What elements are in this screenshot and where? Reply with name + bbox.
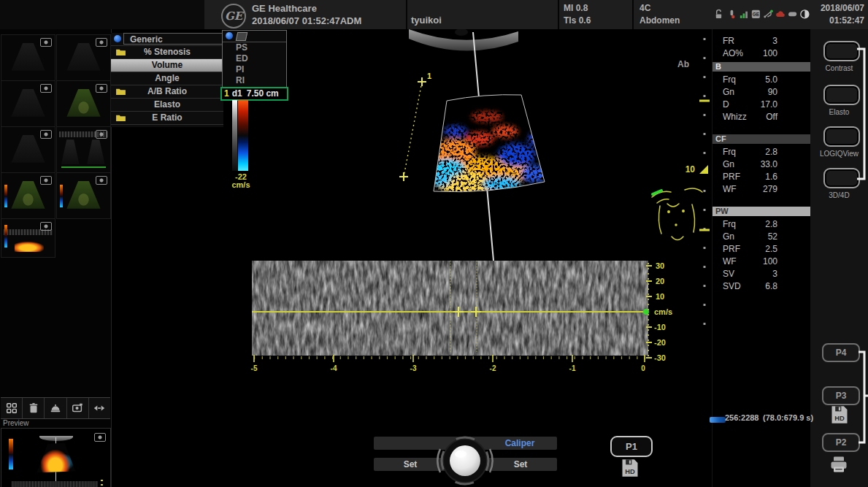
- camera-icon: [40, 222, 52, 231]
- param-value: 90: [768, 86, 777, 99]
- section-header-pw: PW: [713, 207, 811, 216]
- dome-button[interactable]: [45, 398, 66, 418]
- ge-logo: GE: [221, 4, 246, 28]
- preview-colorbar: [9, 439, 13, 469]
- param-label: AO%: [723, 47, 743, 60]
- preview-axis: [101, 480, 103, 487]
- preview-spectrum: [12, 481, 98, 487]
- thumbnail-5[interactable]: [1, 126, 55, 173]
- p1-button[interactable]: P1: [610, 436, 653, 457]
- exam-datetime: 2018/06/07 01:52:47ADM: [252, 15, 361, 26]
- v-tick: -30: [654, 353, 666, 362]
- param-value: 2.8: [765, 218, 777, 231]
- mi-value: MI 0.8: [564, 3, 588, 13]
- probe-status-icon: [726, 9, 737, 20]
- param-value: 3: [772, 35, 777, 47]
- preview-probe-arc: [39, 436, 73, 441]
- thumb-image: [61, 139, 80, 164]
- param-value: 17.0: [761, 99, 777, 111]
- param-value: 100: [763, 47, 777, 60]
- section-header-cf: CF: [713, 134, 811, 144]
- delete-button[interactable]: [23, 398, 45, 418]
- v-tick: -10: [654, 323, 666, 331]
- current-date: 2018/06/07: [803, 3, 864, 13]
- probe-arc: [409, 29, 518, 51]
- svg-text:HD: HD: [625, 468, 635, 475]
- svg-text:GE: GE: [753, 12, 760, 17]
- thumbnail-3[interactable]: [1, 80, 55, 127]
- camera-button[interactable]: [67, 398, 89, 418]
- camera-icon: [96, 84, 107, 93]
- depth-label: 10: [685, 164, 696, 175]
- thumbnail-8[interactable]: [56, 172, 111, 219]
- camera-icon: [96, 176, 107, 185]
- param-label: Whizz: [723, 111, 747, 123]
- divider: [632, 0, 634, 29]
- v-tick: 30: [656, 261, 664, 270]
- key-bracket-lines: [810, 29, 868, 487]
- param-row: WF279: [713, 183, 811, 196]
- probe-mark[interactable]: [653, 191, 661, 194]
- param-value: 3: [772, 268, 777, 280]
- param-row: Frq2.8: [713, 218, 811, 231]
- caliper-softkey[interactable]: Caliper: [491, 437, 549, 450]
- param-value: 279: [763, 183, 777, 196]
- v-tick: -20: [654, 338, 666, 347]
- caliper-number: 1: [427, 72, 431, 80]
- param-row: Frq2.8: [713, 146, 811, 158]
- thumbnail-9[interactable]: [1, 218, 55, 258]
- param-value: 2.5: [765, 243, 777, 256]
- body-marker[interactable]: [652, 188, 702, 239]
- thumbnail-1[interactable]: [1, 34, 55, 81]
- v-unit: cm/s: [654, 307, 672, 316]
- param-label: Frq: [723, 218, 736, 231]
- preset-name: Abdomen: [640, 15, 680, 26]
- thumb-image: [61, 166, 106, 168]
- spectral-display: 30 20 10 cm/s -10 -20 -30 -5 -4 -3 -2 -1: [251, 261, 673, 372]
- thumbnail-7[interactable]: [1, 172, 55, 219]
- param-row: WF100: [713, 256, 811, 268]
- transfer-button[interactable]: [89, 398, 110, 418]
- ge-service-icon: GE: [750, 9, 761, 20]
- trackball-paren-right: [490, 449, 493, 472]
- tis-value: TIs 0.6: [564, 15, 591, 26]
- thumbnail-2[interactable]: [56, 34, 111, 81]
- param-row: WhizzOff: [713, 111, 811, 123]
- imaging-display: 1 30 20 10 cm/s: [111, 29, 712, 460]
- probe-name: 4C: [640, 3, 650, 13]
- patient-name[interactable]: tyuikoi: [411, 15, 442, 26]
- grid-view-button[interactable]: [1, 398, 23, 418]
- section-header-b: B: [713, 62, 811, 72]
- thumb-colorbar: [60, 185, 63, 207]
- trackball-ball[interactable]: [450, 445, 480, 476]
- param-label: Gn: [723, 86, 734, 99]
- t-tick: 0: [641, 364, 645, 372]
- distance-caliper[interactable]: 1: [399, 72, 431, 181]
- param-label: Frq: [723, 74, 736, 86]
- param-value: 1.6: [765, 171, 777, 183]
- t-tick: -5: [251, 364, 258, 372]
- thumbnail-6[interactable]: [56, 126, 111, 173]
- param-row: Gn90: [713, 86, 811, 99]
- param-row: D17.0: [713, 99, 811, 111]
- param-row: PRF1.6: [713, 171, 811, 183]
- param-label: FR: [723, 35, 734, 47]
- camera-icon: [40, 38, 52, 47]
- camera-icon: [96, 38, 107, 47]
- thumbnail-4[interactable]: [56, 80, 111, 127]
- usb-device-icon: [763, 9, 774, 20]
- hard-key-column: Contrast Elasto LOGIQView 3D/4D P4 P3 HD…: [810, 29, 868, 487]
- focus-marker[interactable]: [699, 165, 708, 174]
- t-tick: -3: [410, 364, 417, 372]
- clipboard-sidebar: Preview: [0, 29, 112, 487]
- trackball[interactable]: [434, 433, 496, 487]
- depth-ruler: 10: [685, 38, 710, 336]
- camera-icon: [40, 176, 52, 185]
- param-label: SVD: [723, 280, 741, 293]
- param-label: Gn: [723, 231, 734, 243]
- ultrasound-screen: GE GE Healthcare 2018/06/07 01:52:47ADM …: [0, 0, 868, 487]
- t-tick: -1: [569, 364, 576, 372]
- top-status-bar: GE GE Healthcare 2018/06/07 01:52:47ADM …: [0, 0, 868, 29]
- param-value: 2.8: [765, 146, 777, 158]
- camera-icon: [94, 433, 106, 442]
